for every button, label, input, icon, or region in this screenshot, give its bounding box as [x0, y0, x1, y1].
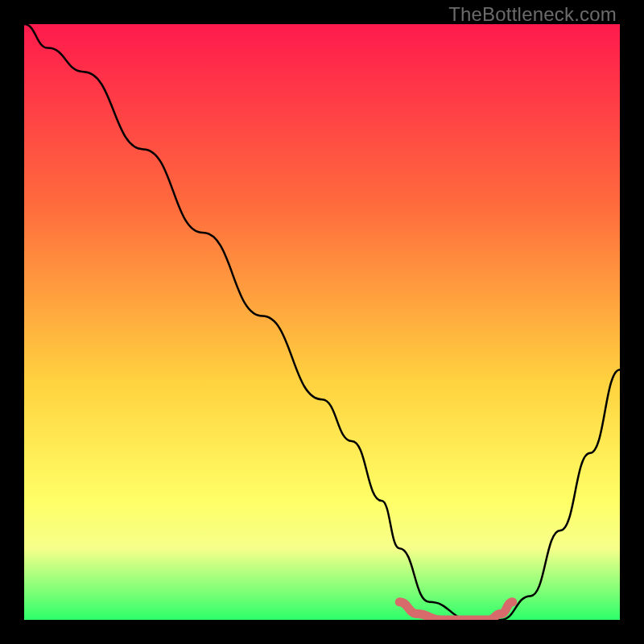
optimal-zone-curve	[399, 602, 513, 620]
bottleneck-curve	[24, 24, 620, 620]
chart-frame: TheBottleneck.com	[0, 0, 644, 644]
chart-svg	[24, 24, 620, 620]
plot-area	[24, 24, 620, 620]
watermark-text: TheBottleneck.com	[448, 3, 617, 26]
